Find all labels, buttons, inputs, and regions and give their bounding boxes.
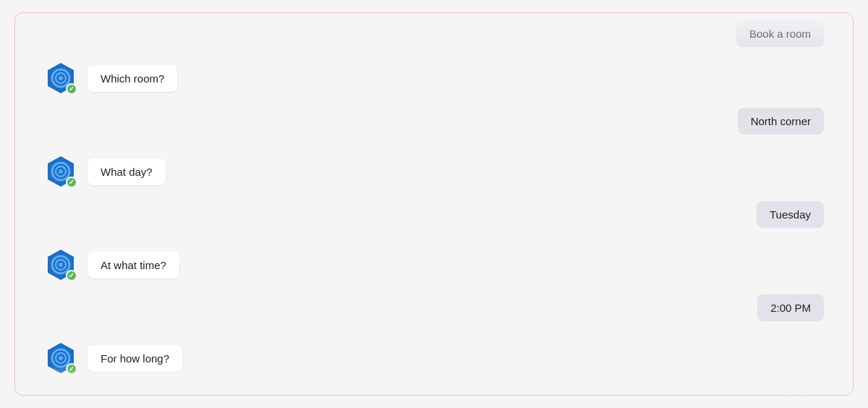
bottom-partial-row: 1 h... (44, 391, 824, 395)
svg-point-11 (59, 263, 63, 267)
check-badge-2 (66, 177, 77, 188)
bot-bubble-4: For how long? (88, 345, 182, 372)
bottom-partial-bubble: 1 h... (774, 391, 824, 395)
user-bubble-1: North corner (738, 108, 824, 135)
user-bubble-2: Tuesday (757, 201, 824, 228)
svg-point-15 (59, 356, 63, 360)
bot-avatar-2 (44, 155, 77, 188)
bot-row-4: For how long? (44, 341, 824, 375)
bot-row-1: Which room? (44, 61, 824, 95)
bot-avatar-4 (44, 341, 77, 375)
user-row-1: North corner (44, 108, 824, 135)
svg-point-7 (59, 169, 63, 174)
check-badge-1 (66, 83, 77, 95)
top-partial-row: Book a room (44, 20, 824, 47)
user-row-3: 2:00 PM (44, 294, 824, 321)
chat-scroll[interactable]: Book a room Which room? Nor (15, 13, 853, 395)
svg-point-3 (59, 76, 63, 80)
check-badge-3 (66, 270, 77, 281)
bot-row-2: What day? (44, 155, 824, 188)
bot-bubble-3: At what time? (88, 252, 179, 279)
bot-bubble-2: What day? (88, 158, 166, 185)
user-row-2: Tuesday (44, 201, 824, 228)
top-partial-bubble: Book a room (736, 20, 824, 47)
bot-bubble-1: Which room? (88, 65, 177, 92)
bot-avatar-3 (44, 248, 77, 281)
user-bubble-3: 2:00 PM (757, 294, 824, 321)
chat-container: Book a room Which room? Nor (14, 12, 854, 396)
check-badge-4 (66, 363, 77, 375)
bot-avatar-1 (44, 61, 77, 95)
bot-row-3: At what time? (44, 248, 824, 281)
